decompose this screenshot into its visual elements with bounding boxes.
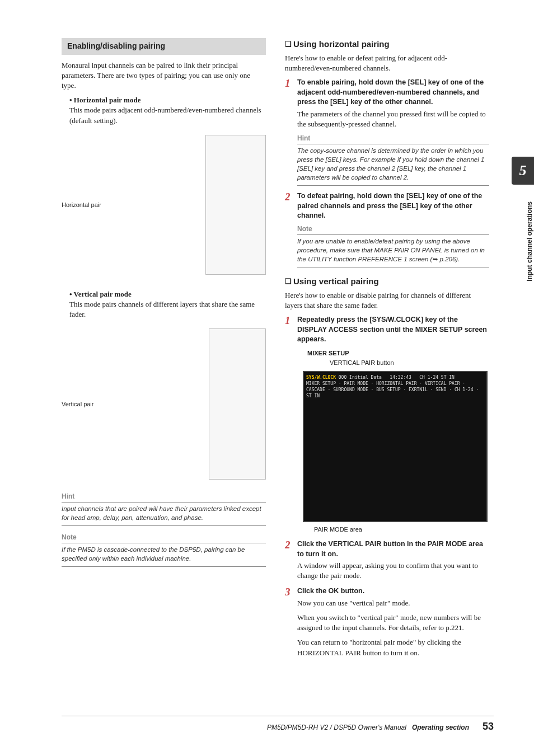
step-b3-body1: Now you can use "vertical pair" mode. — [297, 598, 489, 608]
footer-page-number: 53 — [483, 720, 494, 734]
step-b3: Click the OK button. Now you can use "ve… — [285, 586, 489, 658]
footer-model: PM5D/PM5D-RH V2 / DSP5D Owner's Manual — [267, 723, 406, 732]
note-label: Note — [62, 533, 266, 543]
vpair-mode-block: • Vertical pair mode This mode pairs cha… — [69, 289, 266, 320]
hpair-figure-row: Horizontal pair — [62, 129, 266, 280]
step-a2: To defeat pairing, hold down the [SEL] k… — [285, 191, 489, 267]
hpair-figure-label: Horizontal pair — [62, 201, 101, 208]
note-body: If the PM5D is cascade-connected to the … — [62, 543, 266, 567]
step-b3-bold: Click the OK button. — [297, 586, 489, 597]
using-vertical-pairing-heading: ❏Using vertical pairing — [285, 275, 489, 287]
note-label-a: Note — [297, 224, 489, 235]
intro-paragraph: Monaural input channels can be paired to… — [62, 60, 266, 91]
left-column: Enabling/disabling pairing Monaural inpu… — [62, 38, 266, 664]
heading-bullet-icon: ❏ — [285, 40, 292, 48]
side-chapter-label: Input channel operations — [525, 201, 534, 281]
vpair-title-text: Vertical pair mode — [74, 290, 132, 298]
step-b1-bold: Repeatedly press the [SYS/W.CLOCK] key o… — [297, 315, 489, 345]
step-a1: To enable pairing, hold down the [SEL] k… — [285, 78, 489, 186]
pair-mode-area-label: PAIR MODE area — [314, 525, 489, 534]
intro-b: Here's how to enable or disable pairing … — [285, 290, 489, 311]
step-a1-bold: To enable pairing, hold down the [SEL] k… — [297, 78, 489, 107]
heading-bullet-icon-2: ❏ — [285, 277, 292, 285]
vpair-figure-label: Vertical pair — [62, 401, 93, 407]
step-b2-bold: Click the VERTICAL PAIR button in the PA… — [297, 539, 489, 559]
right-column: ❏Using horizontal pairing Here's how to … — [285, 38, 489, 664]
vpair-body: This mode pairs channels of different la… — [69, 299, 266, 320]
hint-label-a: Hint — [297, 134, 489, 144]
hpair-mode-block: • Horizontal pair mode This mode pairs a… — [69, 95, 266, 126]
hint-body: Input channels that are paired will have… — [62, 503, 266, 526]
intro-a: Here's how to enable or defeat pairing f… — [285, 53, 489, 73]
vpair-title: • Vertical pair mode — [69, 289, 266, 299]
hint-label: Hint — [62, 492, 266, 503]
hpair-title-text: Horizontal pair mode — [74, 96, 141, 104]
step-b3-body3: You can return to "horizontal pair mode"… — [297, 637, 489, 658]
using-horizontal-pairing-heading: ❏Using horizontal pairing — [285, 38, 489, 50]
step-a1-body: The parameters of the channel you presse… — [297, 110, 486, 128]
mixer-setup-label: MIXER SETUP — [307, 349, 489, 358]
footer-section: Operating section — [412, 723, 469, 732]
step-b2-body: A window will appear, asking you to conf… — [297, 561, 478, 580]
step-b3-body2: When you switch to "vertical pair" mode,… — [297, 613, 489, 633]
vertical-pair-button-label: VERTICAL PAIR button — [330, 359, 489, 367]
vpair-figure — [209, 328, 266, 480]
note-body-a: If you are unable to enable/defeat pairi… — [297, 235, 489, 267]
hpair-body: This mode pairs adjacent odd-numbered/ev… — [69, 105, 266, 125]
section-heading: Enabling/disabling pairing — [62, 38, 266, 55]
step-a2-bold: To defeat pairing, hold down the [SEL] k… — [297, 191, 489, 221]
page-footer: PM5D/PM5D-RH V2 / DSP5D Owner's Manual O… — [62, 716, 494, 734]
vpair-figure-row: Vertical pair — [62, 323, 266, 485]
hint-body-a: The copy-source channel is determined by… — [297, 144, 489, 186]
h2a-text: Using horizontal pairing — [293, 39, 390, 49]
step-b2: Click the VERTICAL PAIR button in the PA… — [285, 539, 489, 581]
vertical-steps: Repeatedly press the [SYS/W.CLOCK] key o… — [285, 315, 489, 658]
hpair-figure — [205, 135, 266, 275]
horizontal-steps: To enable pairing, hold down the [SEL] k… — [285, 78, 489, 267]
hpair-title: • Horizontal pair mode — [69, 95, 266, 105]
chapter-tab: 5 — [512, 157, 534, 185]
mixer-setup-screenshot: SYS/W.CLOCK 000 Initial Data 14:32:43 CH… — [303, 371, 488, 522]
step-b1: Repeatedly press the [SYS/W.CLOCK] key o… — [285, 315, 489, 534]
h2b-text: Using vertical pairing — [293, 276, 379, 286]
